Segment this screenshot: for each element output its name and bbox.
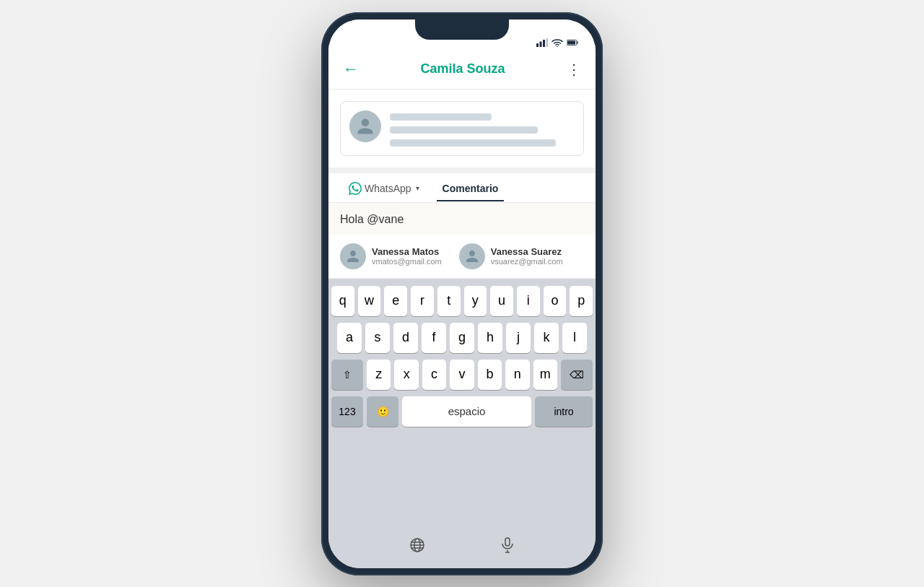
svg-rect-6 bbox=[577, 41, 578, 44]
battery-icon bbox=[567, 38, 578, 47]
key-k[interactable]: k bbox=[534, 323, 559, 353]
key-r[interactable]: r bbox=[411, 286, 434, 316]
keyboard-row-1: q w e r t y u i o p bbox=[331, 286, 593, 316]
keyboard-row-3: ⇧ z x c v b n m ⌫ bbox=[331, 360, 593, 390]
mention-info-0: Vanessa Matos vmatos@gmail.com bbox=[372, 246, 442, 266]
profile-line-2 bbox=[390, 126, 538, 134]
key-g[interactable]: g bbox=[450, 323, 474, 353]
chat-header: ← Camila Souza ⋮ bbox=[328, 51, 596, 90]
tab-comentario[interactable]: Comentario bbox=[437, 174, 505, 201]
keyboard-row-4: 123 🙂 espacio intro bbox=[331, 396, 593, 427]
tab-bar: WhatsApp ▾ Comentario bbox=[328, 173, 596, 203]
svg-rect-7 bbox=[567, 40, 575, 44]
person-icon-mention-1 bbox=[465, 249, 479, 264]
more-options-button[interactable]: ⋮ bbox=[564, 58, 584, 81]
mention-avatar-0 bbox=[340, 243, 366, 269]
svg-rect-0 bbox=[536, 43, 539, 47]
key-f[interactable]: f bbox=[422, 323, 446, 353]
whatsapp-icon bbox=[349, 182, 362, 195]
microphone-button[interactable] bbox=[499, 536, 516, 557]
globe-icon bbox=[409, 536, 426, 554]
chat-title: Camila Souza bbox=[420, 61, 505, 77]
key-e[interactable]: e bbox=[384, 286, 407, 316]
key-b[interactable]: b bbox=[478, 360, 502, 390]
key-y[interactable]: y bbox=[464, 286, 487, 316]
key-p[interactable]: p bbox=[570, 286, 593, 316]
mention-name-1: Vanessa Suarez bbox=[491, 246, 563, 257]
key-h[interactable]: h bbox=[478, 323, 502, 353]
chevron-down-icon: ▾ bbox=[416, 184, 419, 192]
shift-key[interactable]: ⇧ bbox=[331, 360, 363, 390]
mention-info-1: Vanessa Suarez vsuarez@gmail.com bbox=[491, 246, 563, 266]
profile-line-3 bbox=[390, 139, 556, 147]
key-l[interactable]: l bbox=[562, 323, 587, 353]
notch bbox=[415, 19, 509, 40]
tab-whatsapp[interactable]: WhatsApp ▾ bbox=[343, 173, 425, 202]
profile-line-1 bbox=[390, 113, 492, 121]
profile-card bbox=[340, 101, 584, 156]
svg-point-4 bbox=[557, 45, 558, 46]
wifi-icon bbox=[552, 38, 563, 47]
numbers-key[interactable]: 123 bbox=[331, 396, 363, 427]
phone-screen: 9:41 bbox=[328, 19, 596, 568]
key-m[interactable]: m bbox=[533, 360, 557, 390]
mention-item-1[interactable]: Vanessa Suarez vsuarez@gmail.com bbox=[459, 243, 563, 269]
svg-rect-13 bbox=[505, 538, 510, 546]
message-input-area[interactable]: Hola @vane bbox=[328, 203, 596, 235]
space-key[interactable]: espacio bbox=[402, 396, 531, 427]
svg-rect-1 bbox=[540, 41, 542, 47]
back-button[interactable]: ← bbox=[340, 57, 362, 82]
backspace-key[interactable]: ⌫ bbox=[561, 360, 593, 390]
message-text: Hola @vane bbox=[340, 213, 404, 225]
key-v[interactable]: v bbox=[450, 360, 474, 390]
svg-rect-2 bbox=[543, 40, 545, 47]
globe-button[interactable] bbox=[409, 536, 426, 557]
mention-email-0: vmatos@gmail.com bbox=[372, 257, 442, 266]
keyboard-row-2: a s d f g h j k l bbox=[331, 323, 593, 353]
microphone-icon bbox=[499, 536, 516, 554]
key-x[interactable]: x bbox=[394, 360, 418, 390]
key-a[interactable]: a bbox=[337, 323, 362, 353]
tab-whatsapp-label: WhatsApp bbox=[365, 183, 411, 194]
profile-avatar bbox=[349, 110, 381, 142]
bottom-bar bbox=[328, 531, 596, 568]
person-icon-mention-0 bbox=[346, 249, 360, 264]
key-c[interactable]: c bbox=[422, 360, 446, 390]
mention-name-0: Vanessa Matos bbox=[372, 246, 442, 257]
profile-content-lines bbox=[390, 110, 575, 147]
key-t[interactable]: t bbox=[437, 286, 461, 316]
key-o[interactable]: o bbox=[544, 286, 567, 316]
keyboard: q w e r t y u i o p a s d f g h j k bbox=[328, 279, 596, 531]
section-divider bbox=[328, 168, 596, 173]
mention-avatar-1 bbox=[459, 243, 485, 269]
key-s[interactable]: s bbox=[365, 323, 390, 353]
tab-comentario-label: Comentario bbox=[443, 183, 499, 194]
status-icons bbox=[536, 38, 578, 47]
key-n[interactable]: n bbox=[505, 360, 529, 390]
signal-icon bbox=[536, 38, 548, 47]
person-icon bbox=[356, 117, 375, 136]
key-u[interactable]: u bbox=[490, 286, 513, 316]
key-w[interactable]: w bbox=[358, 286, 381, 316]
svg-rect-3 bbox=[546, 38, 549, 47]
phone-frame: 9:41 bbox=[321, 12, 603, 575]
mention-email-1: vsuarez@gmail.com bbox=[491, 257, 563, 266]
key-z[interactable]: z bbox=[367, 360, 391, 390]
key-d[interactable]: d bbox=[393, 323, 418, 353]
key-i[interactable]: i bbox=[517, 286, 540, 316]
return-key[interactable]: intro bbox=[535, 396, 593, 427]
profile-area bbox=[328, 90, 596, 168]
key-j[interactable]: j bbox=[506, 323, 531, 353]
mention-suggestions: Vanessa Matos vmatos@gmail.com Vanessa S… bbox=[328, 235, 596, 279]
emoji-key[interactable]: 🙂 bbox=[367, 396, 398, 427]
key-q[interactable]: q bbox=[331, 286, 354, 316]
mention-item-0[interactable]: Vanessa Matos vmatos@gmail.com bbox=[340, 243, 442, 269]
